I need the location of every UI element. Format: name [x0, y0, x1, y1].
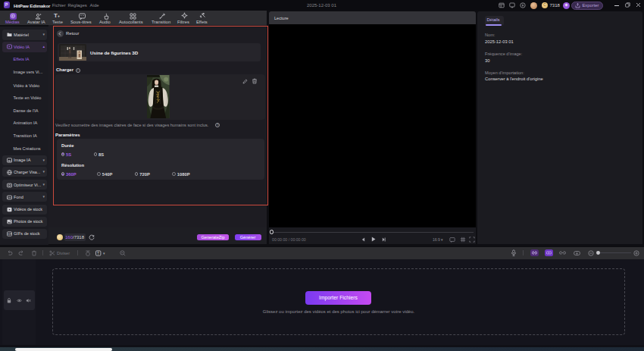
svg-text:T: T: [97, 250, 99, 255]
svg-text:GIF: GIF: [8, 233, 12, 236]
